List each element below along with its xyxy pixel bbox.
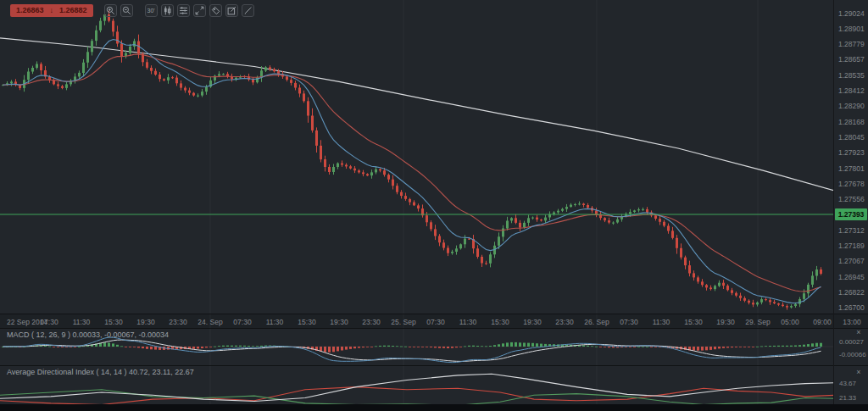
price-tick: 1.28657 [838,55,868,64]
time-tick: 23:30 [169,318,186,326]
edit-icon [227,6,236,15]
price-tick: 1.28901 [838,25,868,33]
chart-toolbar: 1.26863 ↓ 1.26882 30' [10,4,254,17]
macd-panel-title: MACD ( 12, 26, 9 ) 0.00033, -0.00067, -0… [7,330,169,339]
price-tick: 1.29024 [838,9,868,18]
time-tick: 26. Sep [584,318,609,326]
macd-close-icon[interactable]: × [854,328,864,336]
day-gridlines [210,0,758,404]
time-tick: 29. Sep [745,318,770,326]
time-tick: 09:00 [813,318,831,326]
price-tick: 1.27067 [838,257,868,265]
bid-price: 1.26863 [16,6,44,15]
price-tick: 1.27556 [838,195,868,203]
time-tick: 15:30 [684,318,702,326]
macd-plot[interactable] [0,337,834,363]
price-tick: 1.26945 [838,273,868,281]
time-tick: 23:30 [555,318,573,326]
time-tick: 11:30 [73,318,91,326]
time-tick: 19:30 [136,318,154,326]
zoom-in-icon [106,6,115,15]
time-tick: 05:00 [781,318,798,326]
time-tick: 25. Sep [391,318,415,326]
tag-icon [211,6,220,15]
macd-value-top: 0.00027 [839,338,864,346]
trading-chart-window: 1.26863 ↓ 1.26882 30' 1.290241.289011.28… [0,0,868,411]
time-tick: 07:30 [620,318,637,326]
toolbar-buttons: 30' [104,4,254,17]
price-tick: 1.28779 [838,40,868,48]
adx-plot[interactable] [0,374,835,405]
toolbar-chart-type-candlestick-button[interactable] [161,4,174,17]
time-tick: 19:30 [716,318,734,326]
chart-canvas[interactable] [0,0,868,411]
price-tick: 1.27312 [838,226,868,235]
price-tick: 1.28168 [838,118,868,126]
price-tick: 1.27678 [838,180,868,188]
time-tick: 11:30 [653,318,670,326]
arrow-down-icon: ↓ [50,6,54,15]
time-tick: 19:30 [523,318,541,326]
toolbar-tag-button[interactable] [209,4,222,17]
time-tick: 19:30 [330,318,348,326]
price-tick: 1.27189 [838,242,868,250]
time-tick: 07:30 [40,318,58,326]
pencil-icon [243,6,253,15]
time-tick: 24. Sep [198,318,222,326]
macd-value-bottom: -0.00066 [839,351,866,358]
price-tick: 1.28412 [838,86,868,95]
price-tick: 1.28290 [838,102,868,110]
expand-icon [195,6,204,15]
ask-price: 1.26882 [59,6,87,15]
price-tick: 1.26822 [838,288,868,297]
time-tick: 13:00 [843,318,860,326]
time-tick: 11:30 [266,318,284,326]
toolbar-zoom-out-button[interactable] [120,4,133,17]
tune-icon [179,6,188,15]
candlestick-icon [163,6,172,15]
time-tick: 15:30 [491,318,509,326]
price-tick: 1.27923 [838,148,868,157]
current-price-badge: 1.27393 [835,208,867,220]
price-tick: 1.28045 [838,133,868,142]
time-tick: 11:30 [459,318,477,326]
adx-panel-title: Average Directional Index ( 14, 14 ) 40.… [7,368,194,376]
price-tick: 1.28535 [838,71,868,80]
toolbar-edit-button[interactable] [225,4,238,17]
bid-ask-badge[interactable]: 1.26863 ↓ 1.26882 [10,4,93,17]
time-tick: 15:30 [298,318,315,326]
price-tick: 1.26700 [838,303,868,312]
toolbar-expand-button[interactable] [193,4,206,17]
candlestick-plot[interactable] [0,11,835,310]
adx-value-top: 43.67 [839,380,856,387]
zoom-out-icon [122,6,131,15]
toolbar-draw-button[interactable] [242,4,254,17]
time-tick: 15:30 [104,318,122,326]
adx-value-bottom: 21.33 [839,394,856,402]
toolbar-timeframe-button[interactable]: 30' [145,4,158,17]
price-tick: 1.27801 [838,164,868,173]
time-tick: 07:30 [426,318,444,326]
toolbar-zoom-in-button[interactable] [104,4,117,17]
adx-close-icon[interactable]: × [854,368,864,376]
toolbar-indicators-button[interactable] [177,4,190,17]
bottom-strip [0,404,868,411]
time-tick: 07:30 [233,318,251,326]
toolbar-timeframe-label: 30' [147,8,155,14]
time-tick: 23:30 [362,318,380,326]
